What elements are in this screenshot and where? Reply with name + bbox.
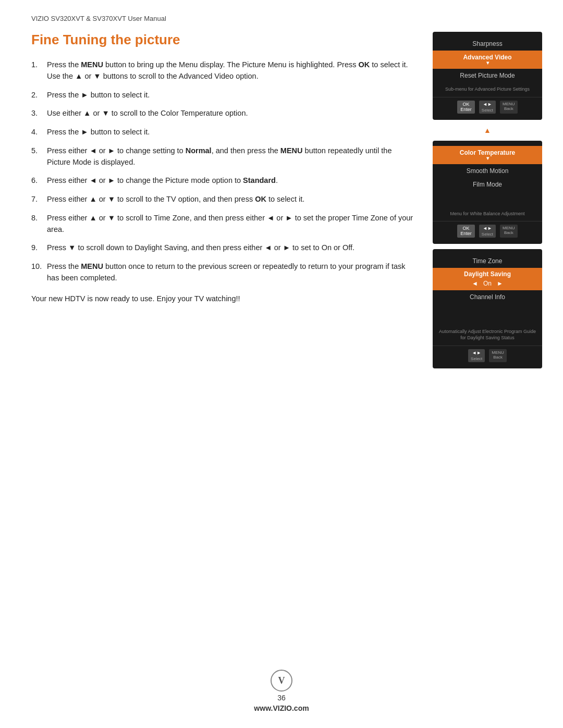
page-header: VIZIO SV320XVT & SV370XVT User Manual xyxy=(0,0,563,22)
page-title: Fine Tuning the picture xyxy=(31,32,417,48)
bold-menu2: MENU xyxy=(280,146,303,155)
panel-advanced-video: Sharpness Advanced Video Reset Picture M… xyxy=(433,32,542,120)
list-item: 5. Press either ◄ or ► to change setting… xyxy=(31,145,417,168)
bold-ok: OK xyxy=(359,60,370,69)
page-number: 36 xyxy=(277,694,286,702)
menu-sharpness: Sharpness xyxy=(433,37,542,51)
lr-arrows: ◄► xyxy=(483,102,492,107)
back-label: Back xyxy=(504,106,513,111)
closing-text: Your new HDTV is now ready to use. Enjoy… xyxy=(31,293,417,305)
panel-daylight: Time Zone Daylight Saving ◄ On ► Channel… xyxy=(433,249,542,368)
select-button3: ◄► Select xyxy=(468,349,485,362)
step-number: 3. xyxy=(31,108,38,119)
step-number: 2. xyxy=(31,90,38,101)
step-number: 10. xyxy=(31,261,42,273)
list-item: 9. Press ▼ to scroll down to Daylight Sa… xyxy=(31,242,417,254)
step-number: 4. xyxy=(31,127,38,138)
instructions-list: 1. Press the MENU button to bring up the… xyxy=(31,59,417,284)
right-arrow: ► xyxy=(497,280,503,287)
select-button: ◄► Select xyxy=(479,101,496,114)
menu-text2: MENU xyxy=(503,226,515,230)
enter-label2: Enter xyxy=(460,231,472,236)
select-button2: ◄► Select xyxy=(479,225,496,238)
menu-smooth-motion: Smooth Motion xyxy=(433,164,542,178)
panel-color-temp: Color Temperature Smooth Motion Film Mod… xyxy=(433,141,542,244)
list-item: 1. Press the MENU button to bring up the… xyxy=(31,59,417,82)
ok-button: OK Enter xyxy=(457,101,475,114)
vizio-logo: V xyxy=(271,670,292,692)
ok-button2: OK Enter xyxy=(457,225,475,238)
lr-arrows3: ◄► xyxy=(472,350,481,355)
menu-time-zone: Time Zone xyxy=(433,254,542,268)
select-label2: Select xyxy=(482,232,493,237)
select-label3: Select xyxy=(471,356,482,361)
back-button2: MENU Back xyxy=(500,225,518,238)
menu-reset-picture: Reset Picture Mode xyxy=(433,69,542,82)
header-text: VIZIO SV320XVT & SV370XVT User Manual xyxy=(31,15,166,22)
list-item: 3. Use either ▲ or ▼ to scroll to the Co… xyxy=(31,108,417,119)
back-button3: MENU Back xyxy=(489,349,507,362)
bold-normal: Normal xyxy=(186,146,212,155)
step-number: 1. xyxy=(31,59,38,71)
bold-menu3: MENU xyxy=(81,262,103,270)
left-column: Fine Tuning the picture 1. Press the MEN… xyxy=(31,32,417,368)
back-label3: Back xyxy=(493,355,503,360)
list-item: 6. Press either ◄ or ► to change the Pic… xyxy=(31,175,417,187)
ok-label: OK xyxy=(463,102,470,107)
panel3-note: Automatically Adjust Electronic Program … xyxy=(433,327,542,342)
bold-standard: Standard xyxy=(243,176,276,184)
list-item: 7. Press either ▲ or ▼ to scroll to the … xyxy=(31,194,417,205)
lr-arrows2: ◄► xyxy=(483,226,492,231)
panel1-footer: OK Enter ◄► Select MENU Back xyxy=(433,97,542,116)
panel3-footer: ◄► Select MENU Back xyxy=(433,346,542,364)
menu-color-temp: Color Temperature xyxy=(433,146,542,164)
bold-menu: MENU xyxy=(81,60,103,69)
daylight-value-row: ◄ On ► xyxy=(433,279,542,290)
panel2-note: Menu for White Balance Adjustment xyxy=(433,209,542,218)
page-footer: V 36 www.VIZIO.com xyxy=(0,670,563,712)
list-item: 8. Press either ▲ or ▼ to scroll to Time… xyxy=(31,213,417,236)
divider1: ▲ xyxy=(433,126,542,134)
step-number: 8. xyxy=(31,213,38,224)
website: www.VIZIO.com xyxy=(254,704,309,712)
list-item: 10. Press the MENU button once to return… xyxy=(31,261,417,284)
menu-text3: MENU xyxy=(492,350,504,355)
panel2-footer: OK Enter ◄► Select MENU Back xyxy=(433,221,542,240)
menu-advanced-video: Advanced Video xyxy=(433,51,542,69)
list-item: 4. Press the ► button to select it. xyxy=(31,127,417,138)
bold-ok2: OK xyxy=(255,195,266,203)
menu-text: MENU xyxy=(503,102,515,106)
step-number: 9. xyxy=(31,242,38,254)
logo-letter: V xyxy=(278,675,285,686)
step-number: 6. xyxy=(31,175,38,187)
on-value: On xyxy=(483,280,492,287)
menu-channel-info: Channel Info xyxy=(433,290,542,304)
left-arrow: ◄ xyxy=(472,280,478,287)
right-column: Sharpness Advanced Video Reset Picture M… xyxy=(433,32,542,368)
step-number: 7. xyxy=(31,194,38,205)
select-label: Select xyxy=(482,108,493,113)
ok-label2: OK xyxy=(463,226,470,231)
panel1-note: Sub-menu for Advanced Picture Settings xyxy=(433,84,542,94)
step-number: 5. xyxy=(31,145,38,157)
back-button: MENU Back xyxy=(500,101,518,114)
back-label2: Back xyxy=(504,230,513,235)
enter-label: Enter xyxy=(460,107,472,112)
list-item: 2. Press the ► button to select it. xyxy=(31,90,417,101)
menu-film-mode: Film Mode xyxy=(433,178,542,191)
menu-daylight-saving: Daylight Saving xyxy=(433,268,542,279)
